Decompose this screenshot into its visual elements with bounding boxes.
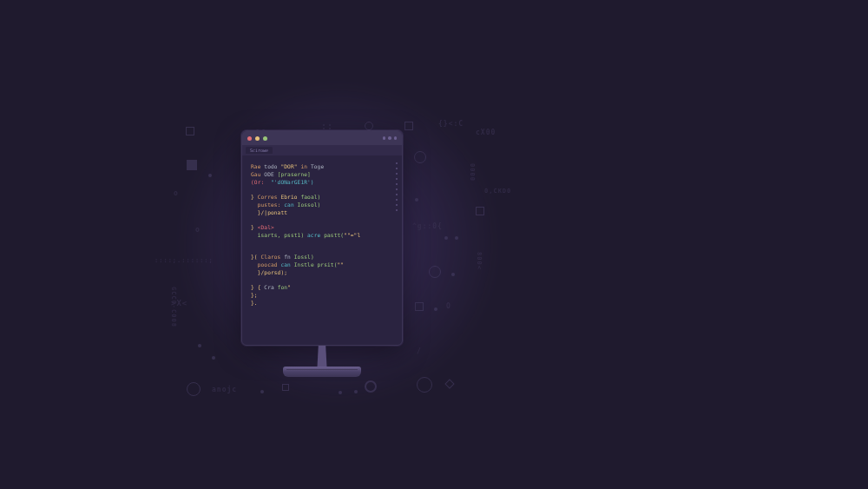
code-editor: Rae todo "DOR" in Toge Gau ODE [praserne… <box>242 155 402 345</box>
editor-tab: Scirowe <box>246 147 273 154</box>
scrollbar-track <box>396 162 398 211</box>
window-controls-icon <box>383 136 398 140</box>
monitor-stand-base <box>283 367 361 377</box>
monitor-screen: Scirowe Rae todo "DOR" in Toge Gau ODE [… <box>241 130 403 346</box>
minimize-icon <box>255 136 260 141</box>
monitor-illustration: Scirowe Rae todo "DOR" in Toge Gau ODE [… <box>241 130 403 379</box>
close-icon <box>247 136 252 141</box>
maximize-icon <box>263 136 267 141</box>
window-titlebar <box>242 131 402 145</box>
editor-tabbar: Scirowe <box>242 145 402 155</box>
monitor-stand-neck <box>310 346 334 368</box>
traffic-lights <box>247 136 267 141</box>
decorative-shapes: << :: {}<:C cX00 o ^g::0{ o ::::;.::::::… <box>0 0 868 489</box>
